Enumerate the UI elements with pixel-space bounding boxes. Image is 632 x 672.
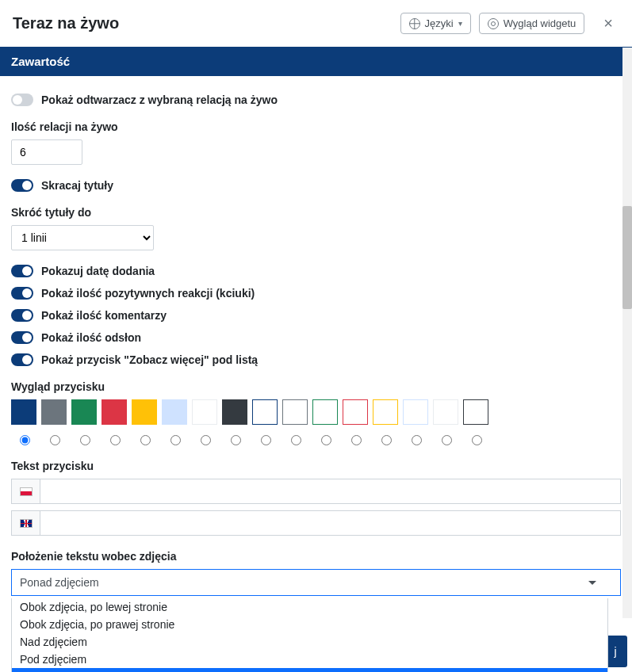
color-radio-cell: [162, 433, 187, 445]
globe-icon: [409, 18, 420, 29]
color-swatch[interactable]: [11, 399, 36, 425]
scrollbar-thumb[interactable]: [622, 206, 632, 309]
color-radio-cell: [282, 433, 308, 445]
color-swatch-row: [11, 399, 621, 425]
text-position-label: Położenie tekstu wobec zdjęcia: [11, 550, 621, 563]
modal-title: Teraz na żywo: [13, 14, 119, 32]
show-comments-toggle[interactable]: [11, 309, 33, 322]
toggle-row-show-player: Pokaż odtwarzacz z wybraną relacją na ży…: [11, 94, 621, 106]
languages-button[interactable]: Języki ▾: [400, 13, 471, 34]
color-radio-cell: [343, 433, 368, 445]
text-position-value: Ponad zdjęciem: [20, 576, 99, 589]
color-radio[interactable]: [472, 435, 482, 445]
color-radio[interactable]: [201, 435, 211, 445]
color-radio-cell: [312, 433, 338, 445]
color-swatch[interactable]: [433, 399, 458, 425]
show-more-toggle[interactable]: [11, 353, 33, 366]
chevron-down-icon: [588, 581, 596, 585]
color-radio[interactable]: [140, 435, 151, 445]
color-swatch[interactable]: [162, 399, 187, 425]
color-radio-cell: [433, 433, 458, 445]
color-radio[interactable]: [412, 435, 422, 445]
toggle-row-views: Pokaż ilość odsłon: [11, 331, 621, 344]
count-input[interactable]: [11, 139, 82, 165]
text-position-dropdown: Obok zdjęcia, po lewej stronieObok zdjęc…: [11, 598, 608, 672]
button-appearance-label: Wygląd przycisku: [11, 380, 621, 393]
close-icon[interactable]: ×: [600, 14, 616, 32]
footer-btn-text: j: [614, 645, 616, 658]
appearance-button[interactable]: Wygląd widgetu: [479, 13, 585, 34]
show-player-label: Pokaż odtwarzacz z wybraną relacją na ży…: [41, 94, 278, 106]
color-radio-cell: [11, 433, 36, 445]
show-views-toggle[interactable]: [11, 331, 33, 344]
shorten-to-select[interactable]: 1 linii: [11, 225, 154, 250]
color-radio[interactable]: [231, 435, 241, 445]
button-text-pl-input[interactable]: [40, 479, 621, 504]
show-comments-label: Pokaż ilość komentarzy: [41, 309, 167, 322]
section-title: Zawartość: [11, 55, 70, 68]
show-player-toggle[interactable]: [11, 94, 33, 106]
shorten-titles-label: Skracaj tytuły: [41, 179, 113, 192]
text-position-option[interactable]: Ponad zdjęciem: [12, 668, 607, 672]
header-actions: Języki ▾ Wygląd widgetu ×: [400, 13, 616, 34]
color-radio[interactable]: [20, 435, 30, 445]
toggle-row-shorten: Skracaj tytuły: [11, 179, 621, 192]
color-radio-cell: [222, 433, 247, 445]
color-radio[interactable]: [170, 435, 181, 445]
color-radio-cell: [252, 433, 278, 445]
color-radio-cell: [192, 433, 217, 445]
color-swatch[interactable]: [222, 399, 247, 425]
color-radio-cell: [132, 433, 157, 445]
color-swatch[interactable]: [102, 399, 127, 425]
color-radio[interactable]: [261, 435, 271, 445]
text-position-option[interactable]: Obok zdjęcia, po prawej stronie: [12, 616, 607, 633]
color-radio[interactable]: [110, 435, 121, 445]
color-swatch[interactable]: [282, 399, 308, 425]
color-swatch[interactable]: [373, 399, 398, 425]
show-date-toggle[interactable]: [11, 265, 33, 277]
button-text-en-group: [11, 510, 621, 536]
color-radio-cell: [41, 433, 67, 445]
color-swatch[interactable]: [343, 399, 368, 425]
color-radio[interactable]: [351, 435, 362, 445]
color-swatch[interactable]: [312, 399, 338, 425]
button-text-label: Tekst przycisku: [11, 460, 621, 472]
color-swatch[interactable]: [71, 399, 97, 425]
languages-button-label: Języki: [425, 17, 454, 29]
button-text-en-input[interactable]: [40, 510, 621, 536]
toggle-row-more-btn: Pokaż przycisk "Zobacz więcej" pod listą: [11, 353, 621, 366]
color-radio[interactable]: [80, 435, 90, 445]
content-panel: Pokaż odtwarzacz z wybraną relacją na ży…: [0, 76, 632, 596]
color-radio-cell: [373, 433, 398, 445]
color-swatch[interactable]: [403, 399, 428, 425]
color-swatch[interactable]: [132, 399, 157, 425]
text-position-option[interactable]: Obok zdjęcia, po lewej stronie: [12, 598, 607, 616]
show-more-label: Pokaż przycisk "Zobacz więcej" pod listą: [41, 353, 258, 366]
color-radio-cell: [102, 433, 127, 445]
color-radio[interactable]: [291, 435, 301, 445]
flag-pl-addon: [11, 479, 40, 504]
color-swatch[interactable]: [463, 399, 488, 425]
scrollbar-track[interactable]: [622, 48, 632, 618]
color-radio[interactable]: [321, 435, 331, 445]
text-position-option[interactable]: Pod zdjęciem: [12, 651, 607, 668]
color-swatch[interactable]: [192, 399, 217, 425]
color-radio-cell: [463, 433, 488, 445]
show-views-label: Pokaż ilość odsłon: [41, 331, 141, 344]
color-radio-cell: [403, 433, 428, 445]
flag-en-icon: [20, 519, 33, 528]
toggle-row-date: Pokazuj datę dodania: [11, 265, 621, 277]
color-radio[interactable]: [381, 435, 392, 445]
color-radio[interactable]: [442, 435, 452, 445]
show-reactions-toggle[interactable]: [11, 287, 33, 300]
color-radio[interactable]: [50, 435, 60, 445]
color-swatch[interactable]: [252, 399, 278, 425]
flag-en-addon: [11, 510, 40, 536]
count-label: Ilość relacji na żywo: [11, 120, 621, 133]
flag-pl-icon: [20, 487, 33, 496]
shorten-to-label: Skróć tytuły do: [11, 206, 621, 219]
text-position-select[interactable]: Ponad zdjęciem: [11, 569, 621, 596]
text-position-option[interactable]: Nad zdjęciem: [12, 633, 607, 651]
color-swatch[interactable]: [41, 399, 67, 425]
shorten-titles-toggle[interactable]: [11, 179, 33, 192]
